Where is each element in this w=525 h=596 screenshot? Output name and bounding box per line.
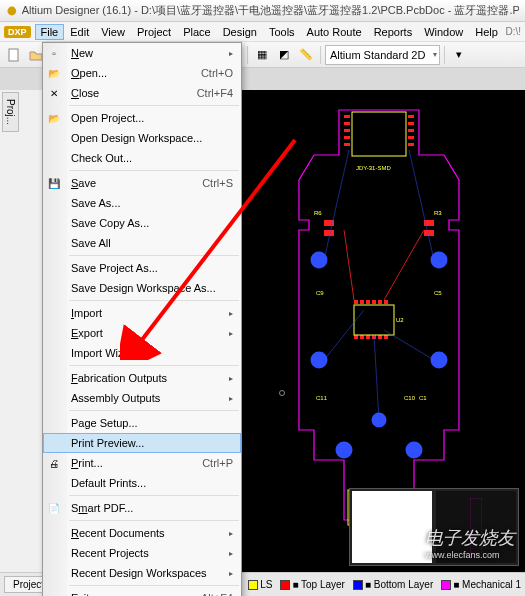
layer-swatch-ls bbox=[248, 580, 258, 590]
menu-item-default-prints[interactable]: Default Prints... bbox=[43, 473, 241, 493]
open-icon: 📂 bbox=[47, 111, 61, 125]
menu-tools[interactable]: Tools bbox=[263, 24, 301, 40]
svg-rect-11 bbox=[344, 129, 350, 132]
menu-item-save-design-workspace-as[interactable]: Save Design Workspace As... bbox=[43, 278, 241, 298]
menu-item-import-wizard[interactable]: Import Wizard bbox=[43, 343, 241, 363]
menu-item-new[interactable]: ▫New▸ bbox=[43, 43, 241, 63]
menu-file[interactable]: File bbox=[35, 24, 65, 40]
menu-label: Save All bbox=[71, 237, 233, 249]
menu-window[interactable]: Window bbox=[418, 24, 469, 40]
menu-item-recent-documents[interactable]: Recent Documents▸ bbox=[43, 523, 241, 543]
menu-label: Recent Design Workspaces bbox=[71, 567, 229, 579]
menu-label: Print Preview... bbox=[71, 437, 232, 449]
tb-layer-icon[interactable]: ◩ bbox=[274, 45, 294, 65]
menu-item-exit[interactable]: ExitAlt+F4 bbox=[43, 588, 241, 596]
left-panel: Proj... bbox=[0, 90, 44, 572]
menu-edit[interactable]: Edit bbox=[64, 24, 95, 40]
submenu-arrow-icon: ▸ bbox=[229, 529, 233, 538]
tb-more-icon[interactable]: ▾ bbox=[449, 45, 469, 65]
layer-mech1[interactable]: ■ Mechanical 1 bbox=[441, 579, 521, 590]
svg-rect-12 bbox=[344, 136, 350, 139]
svg-rect-9 bbox=[344, 115, 350, 118]
svg-text:R3: R3 bbox=[434, 210, 442, 216]
svg-rect-24 bbox=[424, 230, 434, 236]
svg-rect-27 bbox=[366, 300, 370, 304]
svg-point-0 bbox=[7, 6, 16, 15]
tb-measure-icon[interactable]: 📏 bbox=[296, 45, 316, 65]
menu-label: Save Copy As... bbox=[71, 217, 233, 229]
print-icon: 🖨 bbox=[47, 456, 61, 470]
svg-rect-16 bbox=[408, 129, 414, 132]
svg-rect-44 bbox=[354, 305, 394, 335]
watermark-text: 电子发烧友 bbox=[425, 528, 515, 548]
menu-separator bbox=[69, 410, 239, 411]
svg-point-39 bbox=[312, 353, 326, 367]
dxp-badge[interactable]: DXP bbox=[4, 26, 31, 38]
menu-item-import[interactable]: Import▸ bbox=[43, 303, 241, 323]
menu-label: Open... bbox=[71, 67, 201, 79]
menu-item-save-all[interactable]: Save All bbox=[43, 233, 241, 253]
layer-top[interactable]: ■ Top Layer bbox=[280, 579, 345, 590]
svg-point-43 bbox=[407, 443, 421, 457]
menu-item-smart-pdf[interactable]: 📄Smart PDF... bbox=[43, 498, 241, 518]
menu-item-open[interactable]: 📂Open...Ctrl+O bbox=[43, 63, 241, 83]
tb-new-icon[interactable] bbox=[4, 45, 24, 65]
menu-item-print-preview[interactable]: Print Preview... bbox=[43, 433, 241, 453]
svg-text:C10: C10 bbox=[404, 395, 416, 401]
menu-design[interactable]: Design bbox=[217, 24, 263, 40]
window-title: Altium Designer (16.1) - D:\项目\蓝牙遥控器\干电池… bbox=[22, 3, 519, 18]
menu-item-save[interactable]: 💾SaveCtrl+S bbox=[43, 173, 241, 193]
layer-swatch-top bbox=[280, 580, 290, 590]
menu-item-save-as[interactable]: Save As... bbox=[43, 193, 241, 213]
tb-grid-icon[interactable]: ▦ bbox=[252, 45, 272, 65]
svg-text:C5: C5 bbox=[434, 290, 442, 296]
menu-shortcut: Ctrl+S bbox=[202, 177, 233, 189]
menu-view[interactable]: View bbox=[95, 24, 131, 40]
menu-item-open-project[interactable]: 📂Open Project... bbox=[43, 108, 241, 128]
menu-item-close[interactable]: ✕CloseCtrl+F4 bbox=[43, 83, 241, 103]
menu-item-recent-design-workspaces[interactable]: Recent Design Workspaces▸ bbox=[43, 563, 241, 583]
svg-rect-19 bbox=[352, 112, 406, 156]
menu-item-save-project-as[interactable]: Save Project As... bbox=[43, 258, 241, 278]
menu-item-check-out[interactable]: Check Out... bbox=[43, 148, 241, 168]
menu-separator bbox=[69, 300, 239, 301]
menu-help[interactable]: Help bbox=[469, 24, 504, 40]
svg-text:R6: R6 bbox=[314, 210, 322, 216]
menu-label: Check Out... bbox=[71, 152, 233, 164]
menu-label: Print... bbox=[71, 457, 202, 469]
menu-item-export[interactable]: Export▸ bbox=[43, 323, 241, 343]
menu-separator bbox=[69, 255, 239, 256]
menu-label: Smart PDF... bbox=[71, 502, 233, 514]
menu-item-fabrication-outputs[interactable]: Fabrication Outputs▸ bbox=[43, 368, 241, 388]
menu-bar: DXP File Edit View Project Place Design … bbox=[0, 22, 525, 42]
pcb-board: JDY-31-SMD U2 R6 R3 C10 C1 C5 C9 bbox=[284, 100, 474, 540]
menu-label: Page Setup... bbox=[71, 417, 233, 429]
svg-rect-30 bbox=[384, 300, 388, 304]
menu-project[interactable]: Project bbox=[131, 24, 177, 40]
menu-item-print[interactable]: 🖨Print...Ctrl+P bbox=[43, 453, 241, 473]
svg-rect-15 bbox=[408, 122, 414, 125]
menu-item-assembly-outputs[interactable]: Assembly Outputs▸ bbox=[43, 388, 241, 408]
projects-panel-tab[interactable]: Proj... bbox=[2, 92, 19, 132]
menu-item-recent-projects[interactable]: Recent Projects▸ bbox=[43, 543, 241, 563]
menu-place[interactable]: Place bbox=[177, 24, 217, 40]
svg-line-54 bbox=[409, 150, 434, 260]
menu-label: Fabrication Outputs bbox=[71, 372, 229, 384]
menu-item-save-copy-as[interactable]: Save Copy As... bbox=[43, 213, 241, 233]
layer-ls[interactable]: LS bbox=[248, 579, 272, 590]
menu-item-open-design-workspace[interactable]: Open Design Workspace... bbox=[43, 128, 241, 148]
menu-autoroute[interactable]: Auto Route bbox=[301, 24, 368, 40]
menu-separator bbox=[69, 520, 239, 521]
menu-reports[interactable]: Reports bbox=[368, 24, 419, 40]
view-mode-combo[interactable]: Altium Standard 2D bbox=[325, 45, 440, 65]
menu-item-page-setup[interactable]: Page Setup... bbox=[43, 413, 241, 433]
svg-line-56 bbox=[384, 330, 434, 360]
submenu-arrow-icon: ▸ bbox=[229, 374, 233, 383]
menu-label: Open Design Workspace... bbox=[71, 132, 233, 144]
svg-rect-35 bbox=[378, 335, 382, 339]
svg-rect-14 bbox=[408, 115, 414, 118]
watermark-url: www.elecfans.com bbox=[425, 550, 515, 560]
layer-bottom[interactable]: ■ Bottom Layer bbox=[353, 579, 433, 590]
svg-rect-18 bbox=[408, 143, 414, 146]
submenu-arrow-icon: ▸ bbox=[229, 549, 233, 558]
